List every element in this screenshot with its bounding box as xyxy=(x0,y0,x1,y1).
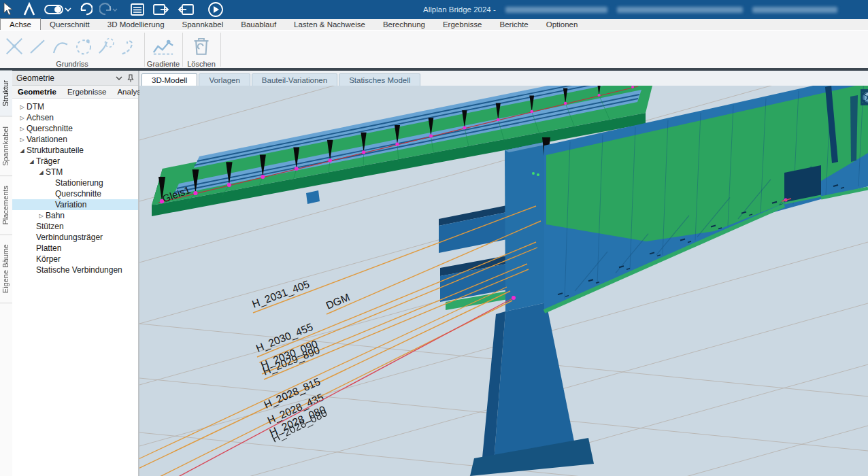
tree-item-label: DTM xyxy=(27,102,44,112)
tree-item-label: Strukturbauteile xyxy=(27,146,84,155)
tree-item-label: Verbindungsträger xyxy=(36,233,103,242)
tree-item-strukturbauteile[interactable]: ◢Strukturbauteile xyxy=(12,145,138,156)
tree-item-label: Statische Verbindungen xyxy=(36,265,122,275)
palette-tab-struktur[interactable]: Struktur xyxy=(0,71,12,117)
ribbon-tab-ergebnisse[interactable]: Ergebnisse xyxy=(434,19,491,30)
circle-dashed-icon[interactable] xyxy=(73,35,94,58)
theme-toggle-icon[interactable] xyxy=(44,2,72,17)
ribbon-tab-querschnitt[interactable]: Querschnitt xyxy=(41,19,99,30)
fit-view-icon[interactable] xyxy=(860,88,868,106)
panel-tab-ergebnisse[interactable]: Ergebnisse xyxy=(62,86,112,97)
tree-collapsed-icon[interactable]: ▷ xyxy=(18,137,27,143)
run-icon[interactable] xyxy=(207,1,224,18)
tree-collapsed-icon[interactable]: ▷ xyxy=(18,126,27,132)
task-list-icon[interactable] xyxy=(129,2,146,17)
point-icon[interactable] xyxy=(4,35,24,58)
palette-tab-row: GeometrieErgebnisseAnalyse xyxy=(12,86,138,99)
ribbon-tab-achse[interactable]: Achse xyxy=(0,18,41,30)
tree-item-label: STM xyxy=(46,167,63,177)
quick-access-toolbar xyxy=(3,1,224,18)
tree-collapsed-icon[interactable]: ▷ xyxy=(18,115,27,121)
height-leaders: H_2031_405DGMH_2030_455H_2030_090H_2029_… xyxy=(139,206,541,476)
tree-item-statische-verbindungen[interactable]: Statische Verbindungen xyxy=(12,265,138,275)
tree-item-label: Platten xyxy=(36,243,61,253)
tree-item-dtm[interactable]: ▷DTM xyxy=(12,101,138,112)
tree-item-stm[interactable]: ◢STM xyxy=(12,167,138,177)
tree-item-label: Stationierung xyxy=(55,178,103,188)
panel-tab-geometrie[interactable]: Geometrie xyxy=(12,86,62,97)
ribbon-group-grundriss: Grundriss xyxy=(3,31,141,69)
palette-tab-placements[interactable]: Placements xyxy=(0,176,12,235)
tree-item-label: Körper xyxy=(36,254,61,264)
ribbon-tab-3d-modellierung[interactable]: 3D Modellierung xyxy=(99,19,173,30)
allplan-logo xyxy=(22,2,37,17)
palette-header: Geometrie xyxy=(12,71,138,86)
bridge-model-canvas[interactable]: Gleis1 xyxy=(139,86,868,476)
tree-item-stationierung[interactable]: Stationierung xyxy=(12,177,138,188)
tree-item-label: Achsen xyxy=(27,113,54,122)
title-bar: Allplan Bridge 2024 - xyxy=(0,0,868,19)
ribbon-group-gradiente: Gradiente xyxy=(145,31,182,69)
redacted-text xyxy=(505,7,607,13)
palette-tab-eigene-b-ume[interactable]: Eigene Bäume xyxy=(0,235,12,303)
group-label-gradiente: Gradiente xyxy=(145,60,182,68)
structure-tree: ▷DTM▷Achsen▷Querschnitte▷Variationen◢Str… xyxy=(12,99,138,275)
arc-icon[interactable] xyxy=(50,35,71,58)
clothoid-icon[interactable] xyxy=(120,35,140,58)
tree-item-label: Variationen xyxy=(27,135,67,144)
tree-collapsed-icon[interactable]: ▷ xyxy=(18,104,27,110)
tree-item-st-tzen[interactable]: Stützen xyxy=(12,221,138,232)
tree-item-label: Träger xyxy=(36,156,60,166)
tree-collapsed-icon[interactable]: ▷ xyxy=(37,213,46,219)
tree-item-variation[interactable]: Variation xyxy=(12,199,138,210)
ribbon-tab-berechnung[interactable]: Berechnung xyxy=(374,19,434,30)
tree-item-querschnitte[interactable]: Querschnitte xyxy=(12,188,138,199)
palette-tab-spannkabel[interactable]: Spannkabel xyxy=(0,117,12,176)
group-label-loeschen: Löschen xyxy=(183,60,220,68)
ribbon-tab-bar: AchseQuerschnitt3D ModellierungSpannkabe… xyxy=(0,19,868,30)
tree-item-querschnitte[interactable]: ▷Querschnitte xyxy=(12,123,138,134)
viewport-tab-vorlagen[interactable]: Vorlagen xyxy=(199,73,250,86)
viewport-tab-3d-modell[interactable]: 3D-Modell xyxy=(141,73,197,86)
viewport-tab-bauteil-variationen[interactable]: Bauteil-Variationen xyxy=(252,73,337,86)
viewport: 3D-ModellVorlagenBauteil-VariationenStat… xyxy=(139,71,868,476)
tree-item-label: Stützen xyxy=(36,222,64,231)
tree-item-achsen[interactable]: ▷Achsen xyxy=(12,112,138,123)
folder-export-icon[interactable] xyxy=(152,2,170,17)
tree-expanded-icon[interactable]: ◢ xyxy=(18,148,27,154)
tree-item-label: Bahn xyxy=(46,211,65,220)
arc-tangent-icon[interactable] xyxy=(97,35,117,58)
ribbon-tab-berichte[interactable]: Berichte xyxy=(491,19,537,30)
ribbon: Grundriss Gradiente Löschen xyxy=(0,30,868,69)
window-title: Allplan Bridge 2024 - xyxy=(423,5,837,14)
tree-item-tr-ger[interactable]: ◢Träger xyxy=(12,156,138,167)
redo-icon[interactable] xyxy=(99,2,118,17)
group-label-grundriss: Grundriss xyxy=(3,60,141,68)
viewport-tab-statisches-modell[interactable]: Statisches Modell xyxy=(339,73,420,86)
3d-scene[interactable]: Gleis1 xyxy=(139,86,868,476)
tree-item-label: Variation xyxy=(55,200,86,209)
trash-icon[interactable] xyxy=(190,35,213,58)
undo-icon[interactable] xyxy=(79,2,93,17)
pin-icon[interactable] xyxy=(127,74,134,82)
ribbon-tab-optionen[interactable]: Optionen xyxy=(537,19,587,30)
tree-item-k-rper[interactable]: Körper xyxy=(12,254,138,265)
tree-item-label: Querschnitte xyxy=(55,189,101,199)
ribbon-tab-bauablauf[interactable]: Bauablauf xyxy=(232,19,285,30)
ribbon-tab-lasten-nachweise[interactable]: Lasten & Nachweise xyxy=(285,19,374,30)
leader-label: DGM xyxy=(324,291,352,311)
tree-item-variationen[interactable]: ▷Variationen xyxy=(12,134,138,145)
tree-expanded-icon[interactable]: ◢ xyxy=(37,169,46,175)
tree-expanded-icon[interactable]: ◢ xyxy=(27,158,36,165)
palette-tab-strip: StrukturSpannkabelPlacementsEigene Bäume xyxy=(0,71,13,476)
tree-item-platten[interactable]: Platten xyxy=(12,243,138,254)
gradient-profile-icon[interactable] xyxy=(151,35,176,58)
ribbon-tab-spannkabel[interactable]: Spannkabel xyxy=(173,19,233,30)
collapse-caret-icon[interactable] xyxy=(116,75,122,81)
viewport-tab-bar: 3D-ModellVorlagenBauteil-VariationenStat… xyxy=(139,71,868,86)
tree-item-verbindungstr-ger[interactable]: Verbindungsträger xyxy=(12,232,138,243)
tree-item-bahn[interactable]: ▷Bahn xyxy=(12,210,138,221)
geometry-palette: Geometrie GeometrieErgebnisseAnalyse ▷DT… xyxy=(12,71,139,476)
line-icon[interactable] xyxy=(27,35,48,58)
folder-import-icon[interactable] xyxy=(177,2,195,17)
